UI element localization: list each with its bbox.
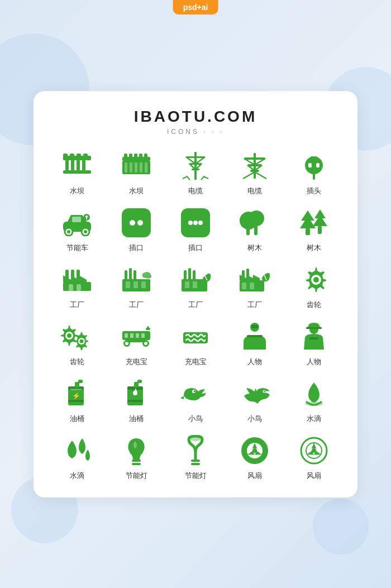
cable1-label: 电缆 [188, 186, 203, 196]
factory4-label: 工厂 [247, 300, 262, 310]
svg-rect-120 [78, 380, 83, 383]
factory2-label: 工厂 [129, 300, 144, 310]
cable1-icon [179, 149, 212, 183]
svg-rect-23 [186, 156, 205, 158]
icon-item-factory3: 工厂 [169, 263, 222, 310]
dam1-label: 水坝 [70, 186, 84, 196]
svg-rect-77 [133, 281, 138, 288]
svg-rect-14 [139, 154, 142, 159]
icon-item-cable1: 电缆 [169, 149, 222, 196]
drop1-icon [297, 377, 331, 410]
cable2-label: 电缆 [247, 186, 262, 196]
svg-rect-39 [311, 156, 313, 162]
svg-rect-101 [136, 333, 139, 338]
bulb2-icon [179, 434, 212, 467]
svg-point-55 [198, 221, 203, 225]
svg-rect-1 [65, 160, 69, 170]
svg-rect-100 [130, 333, 133, 338]
barrel2-icon [120, 377, 153, 410]
bulb1-label: 节能灯 [126, 471, 147, 481]
svg-rect-89 [242, 283, 246, 289]
svg-rect-9 [83, 154, 88, 158]
svg-rect-20 [140, 162, 142, 173]
svg-rect-31 [244, 157, 265, 160]
svg-rect-80 [184, 270, 187, 280]
card-title: IBAOTU.COM [50, 108, 341, 126]
svg-rect-58 [246, 227, 250, 235]
icon-item-bulb2: 节能灯 [169, 434, 222, 481]
format-badge: psd+ai [173, 0, 218, 15]
svg-point-137 [190, 436, 201, 441]
svg-rect-49 [72, 217, 81, 222]
svg-rect-2 [71, 160, 74, 170]
ecar-icon [60, 206, 94, 240]
socket1-label: 插口 [129, 243, 144, 253]
svg-rect-112 [247, 335, 263, 337]
svg-marker-61 [300, 216, 316, 228]
battery1-icon [120, 320, 153, 353]
bird2-label: 小鸟 [247, 414, 262, 424]
icon-item-bird1: 小鸟 [169, 377, 222, 424]
svg-point-48 [84, 230, 87, 233]
icon-item-gear1: 齿轮 [287, 263, 341, 310]
svg-rect-74 [129, 268, 132, 280]
dam2-label: 水坝 [129, 186, 144, 196]
svg-rect-7 [70, 154, 74, 158]
svg-rect-78 [141, 281, 146, 288]
svg-point-97 [80, 339, 84, 343]
icon-item-cable2: 电缆 [228, 149, 282, 196]
svg-rect-40 [315, 156, 317, 162]
svg-rect-21 [145, 162, 147, 173]
svg-rect-69 [77, 270, 80, 280]
svg-rect-115 [309, 337, 318, 340]
svg-rect-111 [251, 325, 258, 328]
socket1-box [122, 208, 151, 237]
svg-rect-13 [134, 154, 137, 159]
icon-item-fan1: 风扇 [228, 434, 282, 481]
factory4-icon [238, 263, 271, 297]
battery1-label: 充电宝 [126, 357, 147, 367]
icon-item-battery2: 充电宝 [169, 320, 222, 367]
svg-rect-88 [246, 269, 249, 279]
person2-icon [297, 320, 331, 353]
icon-item-fan2: 风扇 [287, 434, 341, 481]
svg-rect-71 [77, 284, 81, 291]
icon-item-barrel2: 油桶 [109, 377, 163, 424]
gear1-label: 齿轮 [307, 300, 321, 310]
socket2-label: 插口 [188, 243, 203, 253]
barrel1-label: 油桶 [70, 414, 84, 424]
svg-point-52 [137, 220, 143, 226]
svg-point-38 [305, 156, 323, 174]
bird1-icon [179, 377, 212, 410]
svg-rect-62 [306, 228, 310, 235]
person2-label: 人物 [307, 357, 321, 367]
svg-rect-76 [126, 281, 130, 288]
svg-rect-17 [125, 162, 127, 173]
drop2-label: 水滴 [70, 471, 84, 481]
svg-rect-59 [254, 225, 258, 235]
icon-item-tree1: 树木 [228, 206, 282, 253]
svg-rect-107 [127, 340, 146, 342]
svg-rect-19 [135, 162, 137, 173]
svg-rect-42 [308, 163, 312, 168]
svg-point-46 [67, 230, 70, 233]
icon-item-dam2: 水坝 [109, 149, 163, 196]
person1-label: 人物 [247, 357, 262, 367]
svg-point-54 [193, 221, 198, 225]
ecar-label: 节能车 [66, 243, 88, 253]
icons-grid: 水坝 水坝 [50, 149, 341, 481]
factory3-icon [179, 263, 212, 297]
svg-rect-133 [132, 460, 141, 462]
svg-rect-6 [63, 154, 68, 158]
socket1-icon [120, 206, 153, 240]
svg-rect-11 [124, 154, 127, 159]
svg-marker-64 [313, 215, 327, 226]
tree1-icon [238, 206, 271, 240]
icon-item-plug: 插头 [287, 149, 341, 196]
icon-item-socket2: 插口 [169, 206, 222, 253]
svg-rect-90 [250, 283, 254, 289]
factory1-label: 工厂 [70, 300, 84, 310]
svg-rect-114 [306, 327, 322, 329]
icon-item-factory4: 工厂 [228, 263, 282, 310]
svg-rect-25 [192, 169, 199, 170]
